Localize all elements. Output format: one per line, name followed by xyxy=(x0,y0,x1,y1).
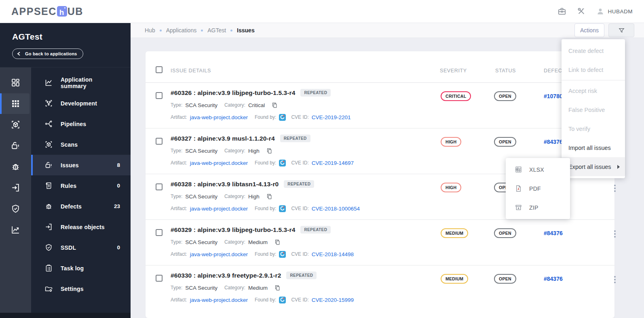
row-checkbox[interactable] xyxy=(156,92,163,99)
actions-button[interactable]: Actions xyxy=(574,23,604,37)
menu-divider xyxy=(562,80,625,80)
sidebar-item-issues[interactable]: Issues 8 xyxy=(31,155,131,175)
severity-badge: HIGH xyxy=(441,183,461,192)
artifact-link[interactable]: java-web-project.docker xyxy=(190,114,248,120)
kebab-menu-icon[interactable] xyxy=(611,230,619,238)
copy-icon[interactable] xyxy=(274,239,281,245)
repeated-badge: REPEATED xyxy=(300,226,331,234)
cve-link[interactable]: CVE-2019-14697 xyxy=(312,160,354,166)
briefcase-icon[interactable] xyxy=(557,7,566,16)
menu-item-export-xlsx[interactable]: XLSX xyxy=(506,160,570,179)
artifact-link[interactable]: java-web-project.docker xyxy=(190,206,248,212)
breadcrumb-separator xyxy=(230,29,232,32)
copy-icon[interactable] xyxy=(272,102,278,108)
issue-type: SCA Security xyxy=(185,102,217,108)
artifact-link[interactable]: java-web-project.docker xyxy=(190,160,248,166)
user-menu[interactable]: HUBADM xyxy=(596,7,633,15)
menu-item-false-positive[interactable]: False Positive xyxy=(562,100,625,119)
breadcrumb-bar: Hub Applications AGTest Issues Actions xyxy=(131,23,644,38)
defect-link[interactable]: #84376 xyxy=(544,139,563,145)
rail-defects-icon[interactable] xyxy=(0,156,31,177)
menu-item-export-pdf[interactable]: PDF xyxy=(506,179,570,198)
row-checkbox[interactable] xyxy=(156,183,163,190)
issue-category: High xyxy=(248,148,260,154)
artifact-link[interactable]: java-web-project.docker xyxy=(190,251,248,257)
chevron-left-icon xyxy=(17,52,21,56)
rail-issues-icon[interactable] xyxy=(0,135,31,156)
menu-item-export-all-issues[interactable]: Export all issues xyxy=(562,157,625,176)
defect-link[interactable]: #84376 xyxy=(544,230,563,236)
sidebar-item-pipelines[interactable]: Pipelines xyxy=(31,114,131,134)
menu-item-to-verify[interactable]: To verify xyxy=(562,119,625,138)
cve-link[interactable]: CVE-2019-2201 xyxy=(312,114,351,120)
status-badge: OPEN xyxy=(494,137,516,147)
branch-icon xyxy=(44,99,53,107)
breadcrumb-issues: Issues xyxy=(237,27,255,34)
issue-title[interactable]: #60327 : alpine:v3.9 musl-1.1.20-r4 xyxy=(171,135,275,142)
tools-icon[interactable] xyxy=(577,7,586,16)
breadcrumb-applications[interactable]: Applications xyxy=(166,27,197,34)
status-badge: OPEN xyxy=(494,91,516,101)
user-icon xyxy=(596,7,604,15)
issue-title[interactable]: #60329 : alpine:v3.9 libjpeg-turbo-1.5.3… xyxy=(171,226,295,234)
copy-icon[interactable] xyxy=(266,148,272,154)
menu-item-link-to-defect[interactable]: Link to defect xyxy=(562,60,625,79)
shield-check-icon xyxy=(44,243,53,252)
sidebar-item-application-summary[interactable]: Application summary xyxy=(31,72,131,93)
menu-item-export-zip[interactable]: ZIP xyxy=(506,198,570,217)
status-badge: OPEN xyxy=(494,274,516,284)
app-logo[interactable]: APPSEC h UB xyxy=(11,6,83,17)
rail-scans-icon[interactable] xyxy=(0,114,31,135)
scanner-logo-icon xyxy=(279,251,286,258)
sidebar-item-scans[interactable]: Scans xyxy=(31,134,131,155)
severity-badge: MEDIUM xyxy=(441,274,468,284)
sidebar-item-release-objects[interactable]: Release objects xyxy=(31,217,131,237)
pipeline-icon xyxy=(44,120,53,128)
breadcrumb-agtest[interactable]: AGTest xyxy=(207,27,226,34)
cve-link[interactable]: CVE-2018-1000654 xyxy=(312,206,360,212)
col-status: STATUS xyxy=(495,68,516,74)
sidebar-item-rules[interactable]: Rules 0 xyxy=(31,175,131,196)
sidebar-item-settings[interactable]: Settings xyxy=(31,278,131,299)
issue-category: Medium xyxy=(248,285,268,291)
rail-reports-icon[interactable] xyxy=(0,219,31,240)
repeated-badge: REPEATED xyxy=(300,89,331,97)
defect-link[interactable]: #84376 xyxy=(544,276,563,282)
breadcrumb-hub[interactable]: Hub xyxy=(145,27,155,34)
defect-link[interactable]: #10780 xyxy=(544,93,563,99)
kebab-menu-icon[interactable] xyxy=(611,275,619,284)
rail-dashboard-icon[interactable] xyxy=(0,72,31,93)
menu-item-create-defect[interactable]: Create defect xyxy=(562,41,625,60)
artifact-link[interactable]: java-web-project.docker xyxy=(190,297,248,303)
rail-ssdl-icon[interactable] xyxy=(0,198,31,219)
issue-row: #60326 : alpine:v3.9 libjpeg-turbo-1.5.3… xyxy=(146,83,614,128)
go-back-button[interactable]: Go back to applications xyxy=(12,48,83,59)
issue-title[interactable]: #60330 : alpine:v3.9 freetype-2.9.1-r2 xyxy=(171,272,281,279)
col-severity: SEVERITY xyxy=(440,68,467,74)
row-checkbox[interactable] xyxy=(156,275,163,282)
username: HUBADM xyxy=(608,8,633,15)
select-all-checkbox[interactable] xyxy=(156,66,163,73)
sidebar-item-defects[interactable]: Defects 23 xyxy=(31,196,131,217)
sidebar-item-development[interactable]: Development xyxy=(31,93,131,114)
filter-button[interactable] xyxy=(608,23,634,37)
menu-item-accept-risk[interactable]: Accept risk xyxy=(562,81,625,100)
rail-applications-icon[interactable] xyxy=(0,93,30,114)
rail-release-objects-icon[interactable] xyxy=(0,177,31,198)
copy-icon[interactable] xyxy=(274,285,281,291)
cve-link[interactable]: CVE-2020-15999 xyxy=(312,297,354,303)
repeated-badge: REPEATED xyxy=(280,135,310,142)
issue-title[interactable]: #60328 : alpine:v3.9 libtasn1-4.13-r0 xyxy=(171,181,279,188)
repeated-badge: REPEATED xyxy=(284,180,314,188)
copy-icon[interactable] xyxy=(266,194,272,200)
issue-row: #60329 : alpine:v3.9 libjpeg-turbo-1.5.3… xyxy=(146,220,614,265)
issue-title[interactable]: #60326 : alpine:v3.9 libjpeg-turbo-1.5.3… xyxy=(171,89,295,97)
issue-category: Medium xyxy=(248,239,268,245)
row-checkbox[interactable] xyxy=(156,138,163,145)
menu-item-import-all-issues[interactable]: Import all issues xyxy=(562,138,625,157)
sidebar-item-task-log[interactable]: Task log xyxy=(31,258,131,278)
cve-link[interactable]: CVE-2018-14498 xyxy=(312,251,354,257)
kebab-menu-icon[interactable] xyxy=(611,184,619,193)
sidebar-item-ssdl[interactable]: SSDL 0 xyxy=(31,237,131,258)
row-checkbox[interactable] xyxy=(156,229,163,236)
